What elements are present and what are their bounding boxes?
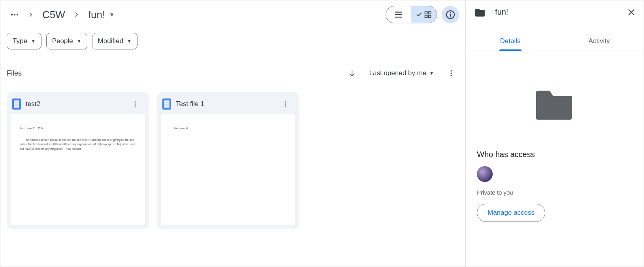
section-header: Files Last opened by me ▼ [7, 65, 459, 81]
svg-point-1 [14, 14, 15, 15]
filter-type[interactable]: Type ▼ [7, 33, 41, 49]
svg-point-17 [285, 104, 286, 105]
filter-people[interactable]: People ▼ [46, 33, 87, 49]
folder-icon [533, 87, 576, 121]
chevron-right-icon [72, 12, 82, 17]
filter-people-label: People [52, 37, 73, 45]
tab-details[interactable]: Details [466, 32, 555, 51]
svg-rect-4 [429, 12, 431, 14]
main-area: C5W fun! ▼ [0, 0, 466, 267]
topbar: C5W fun! ▼ [7, 0, 459, 29]
file-title: Test file 1 [176, 100, 277, 108]
topbar-right [386, 6, 459, 23]
grid-view-button[interactable] [411, 6, 437, 23]
caret-down-icon: ▼ [31, 39, 36, 44]
close-button[interactable] [627, 8, 636, 17]
list-view-button[interactable] [386, 6, 411, 23]
svg-point-0 [11, 14, 13, 15]
view-toggle [386, 6, 437, 23]
svg-point-8 [450, 12, 451, 13]
breadcrumb-parent-label: C5W [42, 9, 65, 21]
svg-point-10 [450, 70, 452, 72]
file-more-button[interactable] [132, 100, 143, 108]
info-button[interactable] [442, 6, 459, 23]
sort-by-button[interactable]: Last opened by me ▼ [369, 69, 434, 77]
details-panel: fun! Details Activity Who has access Pri… [466, 0, 644, 267]
svg-rect-6 [429, 15, 431, 18]
caret-down-icon: ▼ [109, 11, 115, 18]
caret-down-icon: ▼ [429, 71, 434, 76]
breadcrumb-overflow-icon[interactable] [7, 8, 23, 21]
breadcrumb-current[interactable]: fun! ▼ [85, 7, 118, 23]
svg-point-11 [450, 72, 452, 74]
panel-header: fun! [466, 0, 644, 21]
svg-point-13 [135, 101, 136, 102]
svg-rect-5 [425, 15, 427, 18]
avatar[interactable] [477, 166, 493, 182]
filter-bar: Type ▼ People ▼ Modified ▼ [7, 33, 459, 49]
file-card[interactable]: test2 h — June 21, 2024 Isn't there a ce… [7, 92, 149, 229]
manage-access-label: Manage access [488, 209, 535, 216]
access-heading: Who has access [477, 150, 633, 159]
tab-activity[interactable]: Activity [555, 32, 644, 51]
breadcrumb-current-label: fun! [88, 9, 105, 21]
docs-icon [162, 98, 171, 110]
access-sub: Private to you [477, 189, 633, 196]
svg-point-18 [285, 106, 286, 107]
filter-modified[interactable]: Modified ▼ [92, 33, 137, 49]
sort-direction-button[interactable] [344, 65, 360, 81]
filter-modified-label: Modified [98, 37, 123, 45]
thumb-line1: Hello world [174, 126, 286, 131]
folder-icon [475, 8, 486, 17]
chevron-right-icon [26, 12, 36, 17]
panel-tabs: Details Activity [466, 32, 644, 51]
file-title: test2 [26, 100, 127, 108]
svg-point-14 [135, 104, 136, 105]
svg-point-16 [285, 101, 286, 102]
tab-activity-label: Activity [589, 37, 610, 45]
panel-title: fun! [495, 8, 508, 17]
caret-down-icon: ▼ [77, 39, 81, 44]
file-thumbnail: h — June 21, 2024 Isn't there a certain … [11, 114, 145, 225]
thumb-body: Isn't there a certain appeal to the non-… [20, 138, 136, 151]
sort-by-label: Last opened by me [369, 69, 427, 77]
file-thumbnail: Hello world [161, 114, 295, 225]
file-more-button[interactable] [282, 100, 294, 108]
svg-rect-3 [425, 12, 427, 14]
access-section: Who has access Private to you Manage acc… [466, 146, 644, 222]
svg-point-12 [450, 75, 452, 76]
filter-type-label: Type [13, 37, 27, 45]
manage-access-button[interactable]: Manage access [477, 204, 545, 222]
tab-details-label: Details [500, 37, 521, 45]
docs-icon [12, 98, 21, 110]
svg-rect-9 [450, 14, 451, 17]
svg-point-15 [135, 106, 136, 107]
section-title: Files [7, 69, 22, 78]
file-grid: test2 h — June 21, 2024 Isn't there a ce… [7, 92, 459, 229]
panel-preview [466, 63, 644, 146]
svg-point-2 [17, 14, 18, 15]
file-card[interactable]: Test file 1 Hello world [157, 92, 299, 229]
breadcrumb: C5W fun! ▼ [7, 7, 118, 23]
breadcrumb-parent[interactable]: C5W [39, 7, 68, 23]
caret-down-icon: ▼ [127, 39, 132, 44]
thumb-line1: h — June 21, 2024 [20, 126, 136, 131]
section-more-button[interactable] [443, 65, 459, 81]
